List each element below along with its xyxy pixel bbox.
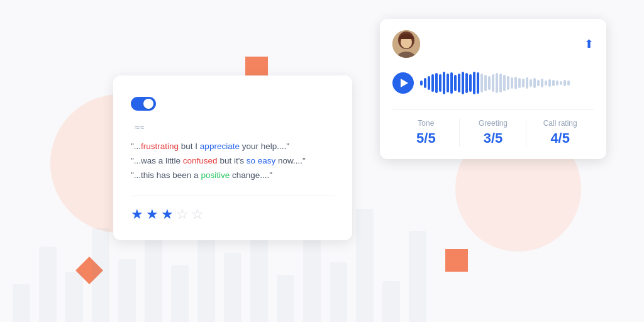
- highlighted-word: frustrating: [141, 142, 179, 151]
- star-filled: ★: [161, 206, 174, 223]
- waveform-bar: [480, 74, 483, 92]
- waveform-bar: [537, 80, 540, 86]
- waveform-bar: [424, 78, 426, 88]
- waveform: [420, 72, 594, 94]
- metric-label: Greeting: [460, 119, 527, 128]
- waveform-bar: [499, 74, 502, 92]
- waveform-bar: [533, 78, 536, 88]
- quote-text: but it's: [218, 156, 247, 165]
- waveform-bar: [514, 77, 517, 89]
- waveform-bar: [522, 79, 525, 87]
- avatar: [392, 30, 420, 58]
- waveform-area: [392, 67, 594, 99]
- waveform-bar: [496, 73, 498, 93]
- toggle-row: [131, 97, 335, 111]
- metric-item: Greeting3/5: [460, 119, 527, 147]
- quote-text: "...this has been a: [131, 170, 201, 180]
- waveform-bar: [465, 73, 468, 93]
- metric-label: Call rating: [526, 119, 594, 128]
- waveform-bar: [503, 75, 506, 91]
- audio-card: ⬆ Tone5/5Greeting3/5Call rating4/5: [380, 19, 606, 159]
- waveform-bar: [560, 81, 562, 85]
- cards-area: ≈≈ "...frustrating but I appreciate your…: [113, 19, 606, 309]
- bg-bar: [92, 228, 109, 322]
- bg-bar: [13, 284, 30, 322]
- waveform-bar: [511, 77, 513, 89]
- stars-row: ★★★☆☆: [131, 206, 335, 223]
- share-icon[interactable]: ⬆: [584, 37, 594, 51]
- bg-bar: [65, 272, 83, 322]
- star-empty: ☆: [191, 206, 204, 223]
- words-icon: ≈≈: [135, 122, 144, 132]
- quote-text: "...was a little: [131, 156, 183, 165]
- waveform-bar: [545, 80, 547, 86]
- play-button[interactable]: [392, 72, 414, 94]
- waveform-bar: [492, 74, 494, 92]
- quote-text: but I: [179, 142, 200, 151]
- quote-text: now....": [275, 156, 306, 165]
- waveform-bar: [439, 74, 441, 92]
- divider: [131, 196, 335, 196]
- waveform-bar: [477, 72, 479, 94]
- metric-value: 3/5: [460, 130, 527, 147]
- quote-line: "...was a little confused but it's so ea…: [131, 154, 335, 169]
- star-empty: ☆: [176, 206, 189, 223]
- metric-value: 5/5: [392, 130, 460, 147]
- waveform-bar: [530, 79, 532, 87]
- highlighted-word: appreciate: [200, 142, 240, 151]
- waveform-bar: [567, 80, 570, 86]
- words-analyzed-header: ≈≈: [131, 122, 335, 132]
- waveform-bar: [484, 75, 487, 91]
- quote-text: change....": [230, 170, 272, 180]
- waveform-bar: [469, 74, 472, 92]
- waveform-bar: [473, 72, 475, 94]
- waveform-bar: [435, 73, 438, 93]
- quote-text: your help....": [240, 142, 289, 151]
- user-info: [392, 30, 430, 58]
- star-filled: ★: [146, 206, 158, 223]
- waveform-bar: [458, 74, 460, 92]
- waveform-bar: [488, 76, 491, 90]
- metric-item: Call rating4/5: [526, 119, 594, 147]
- waveform-bar: [450, 72, 453, 94]
- metric-label: Tone: [392, 119, 460, 128]
- quote-line: "...this has been a positive change....": [131, 169, 335, 183]
- waveform-bar: [420, 80, 423, 86]
- waveform-bar: [518, 78, 521, 88]
- metrics-row: Tone5/5Greeting3/5Call rating4/5: [392, 109, 594, 147]
- highlighted-word: so easy: [247, 156, 276, 165]
- user-meta: [428, 40, 430, 49]
- waveform-bar: [507, 76, 509, 90]
- waveform-bar: [556, 80, 558, 86]
- star-filled: ★: [131, 206, 143, 223]
- quote-line: "...frustrating but I appreciate your he…: [131, 140, 335, 154]
- metric-item: Tone5/5: [392, 119, 460, 147]
- voice-recognition-card: ≈≈ "...frustrating but I appreciate your…: [113, 75, 352, 240]
- waveform-bar: [443, 72, 445, 94]
- highlighted-word: confused: [183, 156, 218, 165]
- waveform-bar: [447, 74, 449, 92]
- highlighted-word: positive: [201, 170, 230, 180]
- waveform-bar: [428, 76, 430, 90]
- metric-value: 4/5: [526, 130, 594, 147]
- waveform-bar: [431, 74, 434, 92]
- waveform-bar: [548, 79, 551, 87]
- waveform-bar: [454, 75, 457, 91]
- quote-lines: "...frustrating but I appreciate your he…: [131, 140, 335, 183]
- quote-text: "...: [131, 142, 141, 151]
- waveform-bar: [564, 80, 566, 86]
- voice-recognition-toggle[interactable]: [131, 97, 156, 111]
- bg-bar: [39, 247, 57, 322]
- user-details: [428, 39, 430, 49]
- waveform-bar: [552, 80, 555, 86]
- waveform-bar: [526, 77, 528, 89]
- audio-card-header: ⬆: [392, 30, 594, 58]
- waveform-bar: [541, 79, 543, 87]
- waveform-bar: [462, 72, 464, 94]
